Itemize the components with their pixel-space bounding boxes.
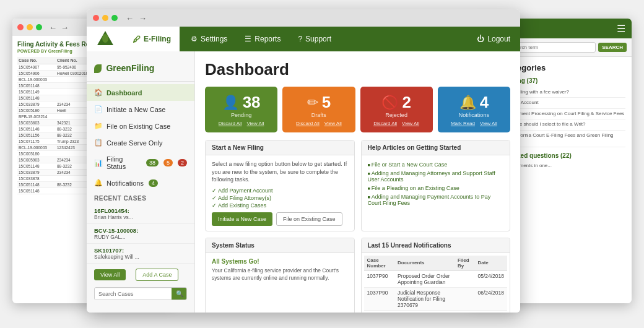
col-filed-by: Filed By (455, 256, 475, 271)
case-id-1: 16FL001454: (94, 207, 187, 214)
rejected-icon: 🚫 (381, 95, 398, 111)
stat-card-pending[interactable]: 👤 38 Pending Discard All View All (205, 87, 277, 132)
notif-label: Notifications (459, 112, 489, 118)
sidebar-item-existing-case[interactable]: 📁 File on Existing Case (87, 118, 194, 134)
notif-stat-icon: 🔔 (459, 95, 476, 111)
sidebar-label-notifications: Notifications (107, 179, 144, 187)
main-titlebar: ← → (87, 9, 520, 27)
notif-filed-2 (455, 287, 475, 310)
notif-doc-3: Judicial Response Notification for Filin… (394, 310, 455, 313)
pending-discard-all[interactable]: Discard All (219, 121, 242, 126)
reports-icon: ☰ (245, 35, 251, 43)
sidebar-item-serve-only[interactable]: 📋 Create Serve Only (87, 134, 194, 151)
help-item-3[interactable]: File a Pleading on an Existing Case (368, 184, 504, 192)
forward-nav[interactable]: → (61, 23, 69, 32)
main-minimize-dot[interactable] (102, 15, 108, 21)
main-window: ← → 🖊 E-Filing ⚙ Settings ☰ Reports (87, 9, 520, 313)
sidebar-item-new-case[interactable]: 📄 Initiate a New Case (87, 101, 194, 118)
recent-case-item-3[interactable]: SK101707: Safekeeping Will ... (87, 244, 194, 264)
notif-number: 4 (480, 93, 489, 112)
filing-status-badge-red: 2 (178, 159, 187, 166)
stat-card-draft[interactable]: ✏ 5 Drafts Discard All View All (282, 87, 355, 132)
notifications-panel-body: Case Number Documents Filed By Date 1037… (362, 253, 510, 313)
sidebar-item-dashboard[interactable]: 🏠 Dashboard (87, 84, 194, 101)
logout-nav-item[interactable]: ⏻ Logout (467, 27, 520, 51)
help-articles-body: File or Start a New Court Case Adding an… (362, 155, 510, 212)
pending-icon: 👤 (222, 95, 239, 111)
pending-label: Pending (231, 112, 251, 118)
col-documents: Documents (394, 256, 455, 271)
pending-view-all[interactable]: View All (247, 121, 264, 126)
col-case-number: Case Number (364, 256, 394, 271)
new-case-icon: 📄 (94, 105, 103, 113)
draft-discard-all[interactable]: Discard All (296, 121, 320, 126)
settings-nav-item[interactable]: ⚙ Settings (182, 27, 236, 51)
filing-status-icon: 📊 (94, 159, 103, 167)
maximize-dot[interactable] (36, 24, 42, 30)
help-item-2[interactable]: Adding and Managing Attorneys and Suppor… (368, 169, 504, 184)
file-existing-case-button[interactable]: File on Existing Case (276, 212, 342, 226)
notif-case-3: 1637P90 (364, 310, 394, 313)
sidebar-label-existing-case: File on Existing Case (107, 123, 170, 130)
add-payment-link[interactable]: Add Payment Account (212, 188, 348, 194)
add-attorney-link[interactable]: Add Filing Attorney(s) (212, 195, 348, 201)
minimize-dot[interactable] (27, 24, 33, 30)
notifications-icon: 🔔 (94, 179, 103, 187)
notifications-panel-header: Last 15 Unread Notifications (362, 238, 510, 253)
notif-case-1: 1037P90 (364, 270, 394, 287)
efiling-tab[interactable]: 🖊 E-Filing (124, 27, 180, 51)
start-filing-body: Select a new filing option button below … (206, 155, 354, 231)
case-name-3: Safekeeping Will ... (94, 254, 187, 260)
main-close-dot[interactable] (93, 15, 99, 21)
notif-filed-3 (455, 310, 475, 313)
search-button[interactable]: SEARCH (598, 43, 627, 52)
close-dot[interactable] (17, 24, 24, 30)
nav-logo (87, 27, 124, 51)
nav-items: ⚙ Settings ☰ Reports ? Support (182, 27, 340, 51)
hamburger-icon[interactable]: ☰ (617, 23, 625, 35)
recent-case-item-1[interactable]: 16FL001454: Brian Harris vs... (87, 204, 194, 224)
sidebar-item-filing-status[interactable]: 📊 Filing Status 38 5 2 (87, 151, 194, 175)
help-articles-header: Help Articles on Getting Started (362, 140, 510, 155)
recent-case-item-2[interactable]: BCV-15-100008: RUDY GAL... (87, 224, 194, 244)
filing-status-badge-green: 38 (146, 159, 159, 166)
notif-doc-2: Judicial Response Notification for Filin… (394, 287, 455, 310)
reports-nav-item[interactable]: ☰ Reports (236, 27, 289, 51)
search-cases-button[interactable]: 🔍 (172, 288, 187, 300)
help-articles-panel: Help Articles on Getting Started File or… (361, 140, 511, 231)
search-cases-input[interactable] (95, 288, 172, 300)
draft-icon: ✏ (307, 95, 318, 111)
serve-only-icon: 📋 (94, 139, 103, 147)
initiate-new-case-button[interactable]: Initiate a New Case (212, 212, 272, 226)
efiling-icon: 🖊 (133, 35, 141, 44)
main-maximize-dot[interactable] (111, 15, 118, 21)
sidebar-item-notifications[interactable]: 🔔 Notifications 4 (87, 175, 194, 191)
logout-icon: ⏻ (477, 35, 484, 43)
status-desc-text: Your California e-filing service provide… (212, 267, 348, 282)
pending-number: 38 (243, 93, 261, 112)
notif-view-all[interactable]: View All (480, 121, 497, 126)
stat-card-notifications[interactable]: 🔔 4 Notifications Mark Read View All (438, 87, 510, 132)
main-back-nav[interactable]: ← (126, 14, 134, 23)
sidebar-label-dashboard: Dashboard (107, 89, 142, 97)
start-filing-header: Start a New Filing (206, 140, 354, 155)
notif-row-2: 1037P90 Judicial Response Notification f… (364, 287, 508, 310)
support-nav-item[interactable]: ? Support (289, 27, 340, 51)
start-filing-desc: Select a new filing option button below … (212, 160, 348, 184)
help-item-4[interactable]: Adding and Managing Payment Accounts to … (368, 192, 504, 207)
rejected-discard-all[interactable]: Discard All (373, 121, 397, 126)
notif-mark-read[interactable]: Mark Read (451, 121, 475, 126)
view-all-button[interactable]: View All (94, 269, 126, 280)
rejected-view-all[interactable]: View All (402, 121, 419, 126)
stat-card-rejected[interactable]: 🚫 2 Rejected Discard All View All (360, 87, 433, 132)
back-nav[interactable]: ← (49, 23, 57, 32)
help-item-1[interactable]: File or Start a New Court Case (368, 160, 504, 169)
section-row: Start a New Filing Select a new filing o… (205, 140, 510, 231)
case-id-3: SK101707: (94, 247, 187, 254)
main-content: Dashboard 👤 38 Pending Discard All View … (195, 51, 520, 313)
add-existing-link[interactable]: Add Existing Cases (212, 202, 348, 209)
add-case-button[interactable]: Add A Case (136, 269, 178, 281)
notif-date-3: 05/28/2018 (474, 310, 507, 313)
draft-view-all[interactable]: View All (324, 121, 342, 126)
main-forward-nav[interactable]: → (139, 14, 147, 23)
